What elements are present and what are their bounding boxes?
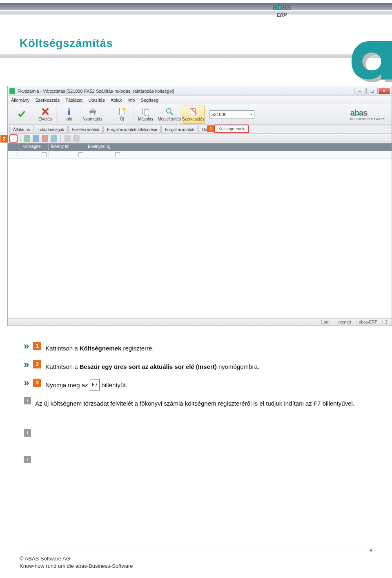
- view-button[interactable]: Megjelenítés: [158, 105, 181, 124]
- tab-forgalmi-attekintes[interactable]: Forgalmi adatok áttekintése: [103, 126, 161, 133]
- step-1: » 1 Kattintson a Költségnemek regiszterr…: [24, 339, 388, 355]
- app-icon: [9, 88, 15, 94]
- check-icon: [17, 109, 26, 118]
- grid-header-num: [8, 143, 20, 151]
- save-button[interactable]: [10, 105, 33, 124]
- maximize-button[interactable]: ▢: [366, 88, 378, 94]
- discard-button[interactable]: Elvetés: [34, 105, 57, 124]
- grid-header: Költségne Érvény től Érvényes -ig: [8, 143, 392, 151]
- tab-forgalmi[interactable]: Forgalmi adatok: [161, 126, 198, 133]
- cell-ervenytol[interactable]: [49, 151, 85, 158]
- info-icon: i: [24, 397, 31, 404]
- chevron-icon: »: [24, 376, 29, 390]
- grid-header-ervenyesig[interactable]: Érvényes -ig: [85, 143, 122, 151]
- printer-icon: [88, 107, 97, 116]
- svg-rect-3: [91, 109, 94, 111]
- footer-tagline: Know-how rund um die abas-Business-Softw…: [20, 562, 133, 570]
- menu-ablak[interactable]: Ablak: [111, 98, 122, 103]
- footer-copyright: © ABAS Software AG: [20, 555, 133, 562]
- main-toolbar: Elvetés Info Nyomtatás Új Másolás Megjel…: [8, 104, 392, 125]
- grid-header-ervenytol[interactable]: Érvény től: [49, 143, 85, 151]
- status-n: 2: [382, 320, 390, 324]
- header-stripe-2: [0, 11, 392, 15]
- info-icon: [65, 107, 74, 116]
- cell-koltsegne[interactable]: [20, 151, 49, 158]
- info-icon: i: [24, 456, 31, 463]
- app-window: Fkvszámla - Változtatás [521000 FK52 Szá…: [7, 86, 392, 326]
- menu-szerkesztes[interactable]: Szerkesztés: [35, 98, 60, 103]
- cell-ervenyesig[interactable]: [85, 151, 122, 158]
- tab-koltsegnemek[interactable]: Költségnemek: [214, 125, 248, 133]
- toolbar-logo: abas BUSINESS SOFTWARE: [350, 108, 389, 121]
- tab-altalanos[interactable]: Általános: [9, 126, 33, 133]
- info-button[interactable]: Info: [58, 105, 80, 124]
- account-combo[interactable]: 521000: [209, 110, 254, 118]
- info-icon: i: [24, 429, 31, 437]
- info-placeholder-1: i: [24, 426, 388, 437]
- new-doc-icon: [118, 107, 127, 116]
- menu-segitseg[interactable]: Segítség: [141, 98, 158, 103]
- copy-button[interactable]: Másolás: [134, 105, 157, 124]
- step-3-text: Nyomja meg az F7 billentyűt.: [45, 376, 388, 392]
- tab-strip: Általános Tulajdonságok Fizetési adatok …: [8, 125, 392, 134]
- tool-icon-2[interactable]: [33, 135, 39, 142]
- new-button[interactable]: Új: [111, 105, 134, 124]
- step-1-text: Kattintson a Költségnemek regiszterre.: [45, 339, 388, 355]
- window-titlebar: Fkvszámla - Változtatás [521000 FK52 Szá…: [8, 86, 392, 96]
- sub-toolbar: [8, 134, 392, 143]
- chevron-icon: »: [24, 357, 29, 371]
- svg-rect-4: [91, 113, 94, 115]
- info-note: i Az új költségnem törzsadat felvitelét …: [24, 394, 388, 410]
- row-number: 1: [8, 151, 20, 158]
- calendar-icon[interactable]: [115, 152, 120, 157]
- copy-icon: [141, 107, 150, 116]
- tab-diagram[interactable]: Diag1: [198, 126, 214, 133]
- grid-header-koltsegne[interactable]: Költségne: [20, 143, 49, 151]
- status-bar: 1 sor internet abas-ERP 2: [8, 318, 392, 326]
- page-title-section: Költségszámítás: [0, 18, 392, 62]
- title-underline: [0, 54, 392, 58]
- table-row[interactable]: 1: [8, 151, 392, 159]
- tab-tulajdonsagok[interactable]: Tulajdonságok: [34, 126, 68, 133]
- insert-row-icon[interactable]: [10, 135, 17, 142]
- menu-tablazat[interactable]: Táblázat: [65, 98, 82, 103]
- close-button[interactable]: ✕: [379, 88, 390, 94]
- edit-button[interactable]: Szerkesztés: [182, 105, 205, 124]
- menu-info[interactable]: Info: [127, 98, 135, 103]
- tool-icon-3[interactable]: [42, 135, 48, 142]
- separator: [60, 135, 61, 142]
- print-button[interactable]: Nyomtatás: [81, 105, 104, 124]
- page-header: abas ERP: [0, 0, 392, 18]
- menu-allomany[interactable]: Állomány: [11, 98, 29, 103]
- tool-info-icon[interactable]: [64, 135, 71, 142]
- svg-point-0: [68, 108, 70, 110]
- sub-toolbar-wrap: 2: [8, 134, 392, 143]
- status-app: abas-ERP: [356, 320, 380, 324]
- page-title: Költségszámítás: [20, 37, 392, 50]
- minimize-button[interactable]: —: [354, 88, 365, 94]
- svg-point-6: [122, 108, 125, 111]
- step-2: » 2 Kattintson a Beszúr egy üres sort az…: [24, 357, 388, 373]
- svg-point-9: [166, 109, 171, 113]
- step-2-text: Kattintson a Beszúr egy üres sort az akt…: [45, 357, 388, 373]
- footer-text: © ABAS Software AG Know-how rund um die …: [20, 555, 133, 570]
- step-badge: 2: [33, 360, 41, 368]
- calendar-icon[interactable]: [78, 152, 83, 157]
- tool-print-icon[interactable]: [73, 135, 80, 142]
- f7-key-icon: F7: [90, 379, 100, 391]
- window-title: Fkvszámla - Változtatás [521000 FK52 Szá…: [18, 89, 354, 94]
- window-buttons: — ▢ ✕: [354, 88, 390, 94]
- separator: [20, 135, 20, 142]
- decorative-a-icon: [347, 37, 392, 82]
- logo-erp: ERP: [265, 12, 298, 18]
- status-net: internet: [335, 320, 354, 324]
- step-badge-1: 1: [207, 125, 214, 132]
- tab-fizetesi[interactable]: Fizetési adatok: [68, 126, 103, 133]
- tool-icon-4[interactable]: [51, 135, 57, 142]
- info-placeholder-2: i: [24, 453, 388, 463]
- lookup-icon[interactable]: [42, 152, 47, 157]
- step-badge: 1: [33, 342, 41, 350]
- tool-icon-1[interactable]: [24, 135, 30, 142]
- logo-ab: ab: [272, 2, 282, 12]
- menu-utasitas[interactable]: Utasítás: [88, 98, 105, 103]
